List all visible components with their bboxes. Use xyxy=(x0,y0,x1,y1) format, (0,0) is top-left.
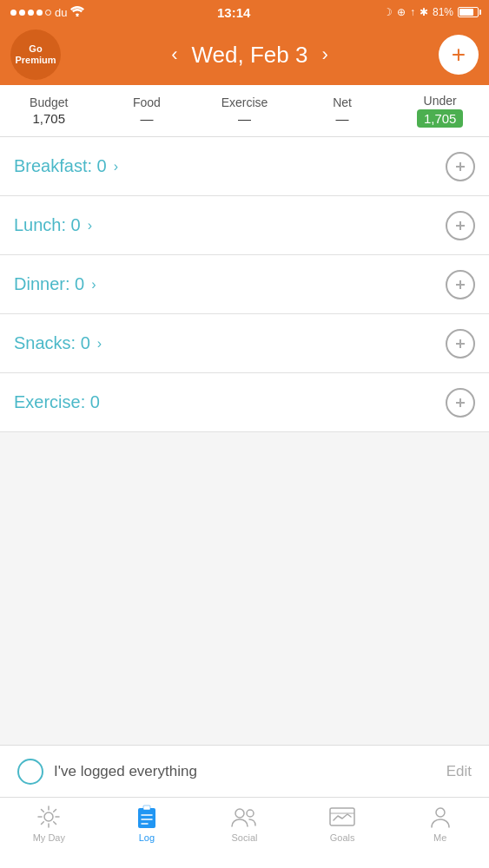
add-exercise-button[interactable] xyxy=(446,388,475,418)
svg-point-29 xyxy=(436,808,445,817)
svg-line-16 xyxy=(42,810,44,812)
clipboard-icon xyxy=(135,805,158,829)
exercise-row[interactable]: Exercise: 0 xyxy=(0,373,489,432)
tab-goals[interactable]: Goals xyxy=(294,805,392,843)
goals-icon xyxy=(328,805,356,829)
arrow-up-icon: ↑ xyxy=(410,6,415,18)
next-day-button[interactable]: › xyxy=(314,43,334,66)
tab-myday-label: My Day xyxy=(33,832,65,843)
svg-rect-20 xyxy=(138,808,155,828)
lunch-chevron: › xyxy=(88,218,92,233)
exercise-text: Exercise: 0 xyxy=(14,392,100,412)
breakfast-label: Breakfast: 0 › xyxy=(14,156,118,176)
svg-rect-21 xyxy=(143,806,150,810)
bluetooth-icon: ✱ xyxy=(420,6,428,18)
status-bar: du 13:14 ☽ ⊕ ↑ ✱ 81% xyxy=(0,0,489,24)
food-col: Food — xyxy=(98,95,196,126)
dinner-row[interactable]: Dinner: 0 › xyxy=(0,255,489,314)
dinner-chevron: › xyxy=(91,277,96,293)
header: Go Premium ‹ Wed, Feb 3 › + xyxy=(0,24,489,85)
status-right: ☽ ⊕ ↑ ✱ 81% xyxy=(383,6,479,18)
add-lunch-button[interactable] xyxy=(446,211,475,240)
battery-icon xyxy=(458,7,479,17)
lunch-row[interactable]: Lunch: 0 › xyxy=(0,196,489,255)
tab-social[interactable]: Social xyxy=(195,805,294,843)
go-premium-button[interactable]: Go Premium xyxy=(10,30,61,80)
signal-dots xyxy=(10,10,51,16)
date-nav: ‹ Wed, Feb 3 › xyxy=(61,42,439,69)
tab-me[interactable]: Me xyxy=(391,805,489,843)
current-date: Wed, Feb 3 xyxy=(192,42,308,69)
breakfast-text: Breakfast: 0 xyxy=(14,156,107,176)
meal-list: Breakfast: 0 › Lunch: 0 › Dinner: 0 › xyxy=(0,137,489,432)
dinner-label: Dinner: 0 › xyxy=(14,274,96,294)
exercise-value: — xyxy=(195,111,294,126)
exercise-label: Exercise xyxy=(195,95,294,109)
add-entry-button[interactable]: + xyxy=(439,35,479,75)
location-icon: ⊕ xyxy=(397,6,406,18)
svg-line-18 xyxy=(54,810,56,812)
status-time: 13:14 xyxy=(217,5,250,20)
carrier-label: du xyxy=(55,6,67,19)
breakfast-chevron: › xyxy=(114,159,118,174)
logged-section: I've logged everything Edit xyxy=(0,745,489,797)
breakfast-row[interactable]: Breakfast: 0 › xyxy=(0,137,489,196)
snacks-label: Snacks: 0 › xyxy=(14,333,102,353)
svg-point-26 xyxy=(247,810,254,817)
me-icon xyxy=(429,805,452,829)
sun-icon xyxy=(36,805,61,829)
snacks-text: Snacks: 0 xyxy=(14,333,90,353)
logged-text: I've logged everything xyxy=(54,763,197,780)
snacks-chevron: › xyxy=(97,336,102,352)
snacks-row[interactable]: Snacks: 0 › xyxy=(0,314,489,373)
prev-day-button[interactable]: ‹ xyxy=(164,43,184,66)
battery-percent: 81% xyxy=(433,6,453,18)
tab-social-label: Social xyxy=(232,832,258,843)
food-value: — xyxy=(98,111,196,126)
social-icon xyxy=(230,805,258,829)
exercise-col: Exercise — xyxy=(195,95,294,126)
food-label: Food xyxy=(98,95,196,109)
tab-me-label: Me xyxy=(433,832,446,843)
edit-button[interactable]: Edit xyxy=(446,763,472,780)
budget-col: Budget 1,705 xyxy=(0,95,98,126)
budget-value: 1,705 xyxy=(0,111,98,126)
tab-log-label: Log xyxy=(139,832,155,843)
tab-goals-label: Goals xyxy=(330,832,355,843)
tab-log[interactable]: Log xyxy=(98,805,196,843)
under-value: 1,705 xyxy=(417,109,464,128)
moon-icon: ☽ xyxy=(383,6,393,18)
under-label: Under xyxy=(391,94,489,108)
logged-left: I've logged everything xyxy=(17,759,197,785)
net-col: Net — xyxy=(294,95,392,126)
logged-circle-icon[interactable] xyxy=(17,759,43,785)
svg-line-19 xyxy=(42,822,44,825)
status-left: du xyxy=(10,6,84,19)
lunch-label: Lunch: 0 › xyxy=(14,215,92,235)
wifi-icon xyxy=(70,6,84,19)
tab-myday[interactable]: My Day xyxy=(0,805,98,843)
lunch-text: Lunch: 0 xyxy=(14,215,81,235)
tab-bar: My Day Log Social Goals xyxy=(0,797,489,868)
add-snacks-button[interactable] xyxy=(446,329,475,358)
dinner-text: Dinner: 0 xyxy=(14,274,84,294)
svg-line-17 xyxy=(54,822,56,825)
exercise-meal-label: Exercise: 0 xyxy=(14,392,100,412)
net-label: Net xyxy=(294,95,392,109)
svg-point-11 xyxy=(44,812,53,821)
summary-row: Budget 1,705 Food — Exercise — Net — Und… xyxy=(0,85,489,137)
net-value: — xyxy=(294,111,392,126)
svg-point-25 xyxy=(235,809,244,818)
budget-label: Budget xyxy=(0,95,98,109)
add-breakfast-button[interactable] xyxy=(446,152,475,181)
add-dinner-button[interactable] xyxy=(446,270,475,299)
under-col: Under 1,705 xyxy=(391,94,489,128)
